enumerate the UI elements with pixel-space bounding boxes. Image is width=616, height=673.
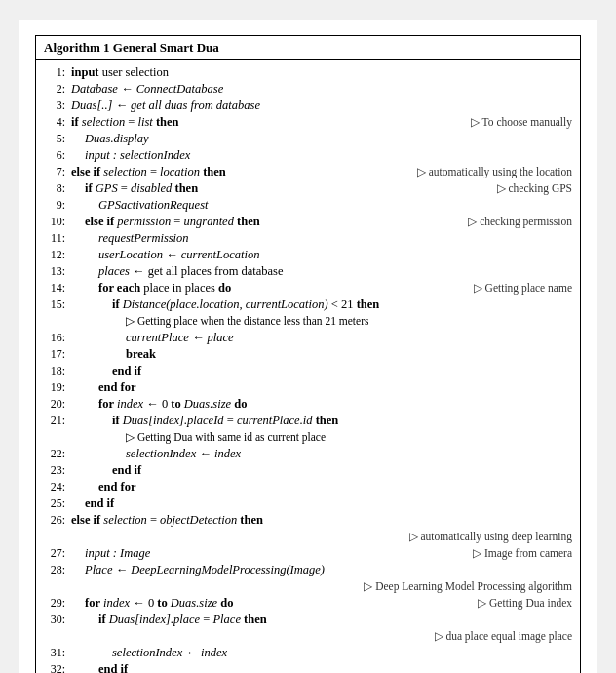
- line-num-16: 16:: [44, 330, 65, 346]
- algo-line-23: 23: end if: [44, 462, 572, 479]
- line-code-2: Database ← ConnectDatabase: [71, 81, 223, 98]
- line-code-23: end if: [71, 462, 141, 479]
- line-code-19: end for: [71, 379, 136, 396]
- line-content-30: if Duas[index].place = Place then: [71, 612, 572, 628]
- line-code-7: else if selection = location then: [71, 164, 226, 180]
- line-code-28c: ▷ Deep Learning Model Processing algorit…: [364, 578, 572, 595]
- line-content-31: selectionIndex ← index: [71, 645, 572, 661]
- line-num-23: 23:: [44, 462, 65, 479]
- line-num-15: 15:: [44, 297, 65, 313]
- line-content-32: end if: [71, 661, 572, 673]
- line-code-10: else if permission = ungranted then: [71, 214, 260, 230]
- algorithm-box: Algorithm 1 General Smart Dua 1: input u…: [35, 35, 581, 673]
- line-code-5: Duas.display: [71, 131, 149, 147]
- line-content-5: Duas.display: [71, 131, 572, 147]
- line-num-7: 7:: [44, 164, 65, 180]
- line-content-10: else if permission = ungranted then ▷ ch…: [71, 214, 572, 230]
- line-num-27: 27:: [44, 545, 65, 562]
- line-content-27: input : Image ▷ Image from camera: [71, 545, 572, 562]
- line-comment-7: ▷ automatically using the location: [417, 164, 572, 180]
- algo-line-5: 5: Duas.display: [44, 131, 572, 147]
- line-content-1: input user selection: [71, 64, 572, 81]
- line-content-30c: ▷ dua place equal image place: [71, 628, 572, 645]
- algo-line-19: 19: end for: [44, 379, 572, 396]
- algo-line-31: 31: selectionIndex ← index: [44, 645, 572, 661]
- line-content-18: end if: [71, 363, 572, 379]
- line-num-24: 24:: [44, 479, 65, 495]
- line-content-17: break: [71, 346, 572, 363]
- line-content-28c: ▷ Deep Learning Model Processing algorit…: [71, 578, 572, 595]
- algo-line-25: 25: end if: [44, 495, 572, 512]
- line-content-29: for index ← 0 to Duas.size do ▷ Getting …: [71, 595, 572, 612]
- line-num-20: 20:: [44, 396, 65, 413]
- line-num-3: 3:: [44, 98, 65, 114]
- line-code-4: if selection = list then: [71, 114, 179, 131]
- line-content-12: userLocation ← currentLocation: [71, 247, 572, 263]
- line-content-14: for each place in places do ▷ Getting pl…: [71, 280, 572, 297]
- line-code-15: if Distance(place.location, currentLocat…: [71, 297, 379, 313]
- line-comment-4: ▷ To choose manually: [471, 114, 572, 131]
- line-content-21c: ▷ Getting Dua with same id as current pl…: [71, 429, 572, 446]
- algo-line-16: 16: currentPlace ← place: [44, 330, 572, 346]
- algo-line-17: 17: break: [44, 346, 572, 363]
- algo-line-2: 2: Database ← ConnectDatabase: [44, 81, 572, 98]
- line-content-13: places ← get all places from database: [71, 263, 572, 280]
- line-code-26: else if selection = objectDetection then: [71, 512, 263, 529]
- line-num-17: 17:: [44, 346, 65, 363]
- line-code-9: GPSactivationRequest: [71, 197, 208, 214]
- line-code-30c: ▷ dua place equal image place: [435, 628, 573, 645]
- line-content-25: end if: [71, 495, 572, 512]
- algo-line-9: 9: GPSactivationRequest: [44, 197, 572, 214]
- algo-line-11: 11: requestPermission: [44, 230, 572, 247]
- line-code-17: break: [71, 346, 156, 363]
- line-content-15c: ▷ Getting place when the distance less t…: [71, 313, 572, 330]
- line-content-15: if Distance(place.location, currentLocat…: [71, 297, 572, 313]
- line-num-19: 19:: [44, 379, 65, 396]
- algo-line-21-comment: ▷ Getting Dua with same id as current pl…: [44, 429, 572, 446]
- algo-line-6: 6: input : selectionIndex: [44, 147, 572, 164]
- line-code-11: requestPermission: [71, 230, 189, 247]
- line-num-5: 5:: [44, 131, 65, 147]
- line-num-2: 2:: [44, 81, 65, 98]
- line-num-14: 14:: [44, 280, 65, 297]
- algo-line-7: 7: else if selection = location then ▷ a…: [44, 164, 572, 180]
- page-container: Algorithm 1 General Smart Dua 1: input u…: [19, 20, 597, 673]
- line-content-6: input : selectionIndex: [71, 147, 572, 164]
- line-code-28: Place ← DeepLearningModelProcessing(Imag…: [71, 562, 325, 578]
- line-num-22: 22:: [44, 446, 65, 462]
- line-code-6: input : selectionIndex: [71, 147, 190, 164]
- line-num-12: 12:: [44, 247, 65, 263]
- line-content-16: currentPlace ← place: [71, 330, 572, 346]
- algo-line-22: 22: selectionIndex ← index: [44, 446, 572, 462]
- line-code-21c: ▷ Getting Dua with same id as current pl…: [71, 429, 326, 446]
- line-num-10: 10:: [44, 214, 65, 230]
- line-comment-27: ▷ Image from camera: [473, 545, 572, 562]
- line-num-18: 18:: [44, 363, 65, 379]
- line-code-20: for index ← 0 to Duas.size do: [71, 396, 247, 413]
- line-content-11: requestPermission: [71, 230, 572, 247]
- line-comment-10: ▷ checking permission: [468, 214, 572, 230]
- line-content-7: else if selection = location then ▷ auto…: [71, 164, 572, 180]
- line-num-11: 11:: [44, 230, 65, 247]
- line-num-32: 32:: [44, 661, 65, 673]
- line-num-13: 13:: [44, 263, 65, 280]
- line-num-25: 25:: [44, 495, 65, 512]
- algo-line-28: 28: Place ← DeepLearningModelProcessing(…: [44, 562, 572, 578]
- line-num-4: 4:: [44, 114, 65, 131]
- line-content-22: selectionIndex ← index: [71, 446, 572, 462]
- line-code-21: if Duas[index].placeId = currentPlace.id…: [71, 413, 338, 429]
- algo-line-28-comment: ▷ Deep Learning Model Processing algorit…: [44, 578, 572, 595]
- line-content-19: end for: [71, 379, 572, 396]
- line-code-24: end for: [71, 479, 136, 495]
- line-code-32: end if: [71, 661, 128, 673]
- line-num-26: 26:: [44, 512, 65, 529]
- algo-line-18: 18: end if: [44, 363, 572, 379]
- line-content-28: Place ← DeepLearningModelProcessing(Imag…: [71, 562, 572, 578]
- line-content-9: GPSactivationRequest: [71, 197, 572, 214]
- line-num-9: 9:: [44, 197, 65, 214]
- line-num-6: 6:: [44, 147, 65, 164]
- line-code-3: Duas[..] ← get all duas from database: [71, 98, 260, 114]
- line-num-1: 1:: [44, 64, 65, 81]
- line-code-18: end if: [71, 363, 141, 379]
- algo-line-4: 4: if selection = list then ▷ To choose …: [44, 114, 572, 131]
